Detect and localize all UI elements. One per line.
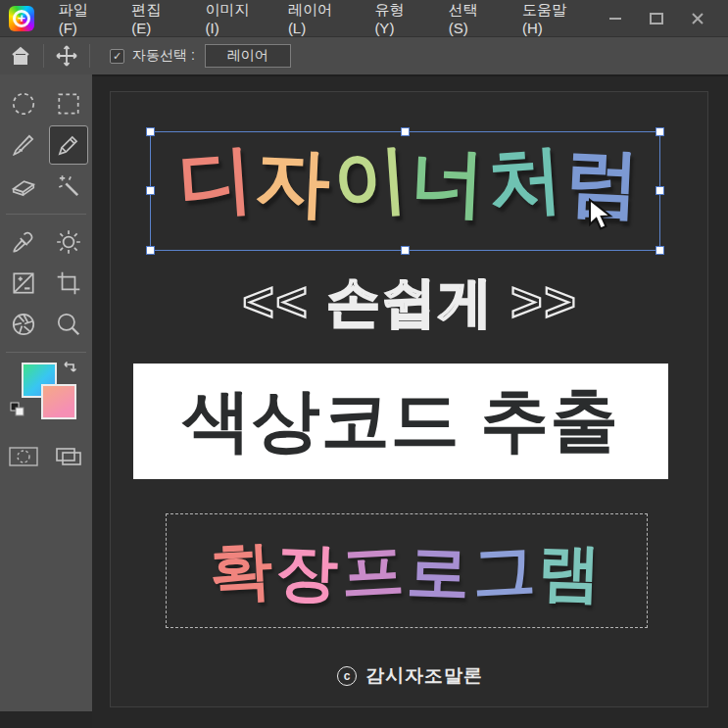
- auto-select-label: 자동선택 :: [132, 47, 195, 65]
- minimize-icon[interactable]: [599, 4, 632, 33]
- toolbar-separator: [89, 44, 90, 68]
- menu-image[interactable]: 이미지(I): [192, 0, 274, 37]
- colored-letter: 확: [208, 538, 276, 604]
- colored-letter: 램: [537, 539, 605, 604]
- selection-handle[interactable]: [655, 127, 664, 136]
- aperture-icon[interactable]: [4, 305, 43, 344]
- credit-name: 감시자조말론: [365, 663, 483, 689]
- work-area: 디자이너처럼 << 손쉽게 >> 색상코드 추출: [92, 74, 728, 728]
- canvas[interactable]: 디자이너처럼 << 손쉽게 >> 색상코드 추출: [110, 91, 708, 707]
- credit-line: c 감시자조말론: [111, 663, 708, 689]
- swap-colors-icon[interactable]: [61, 359, 80, 382]
- pencil-icon[interactable]: [49, 125, 88, 165]
- selection-handle[interactable]: [146, 127, 155, 136]
- subtitle-outline-text[interactable]: << 손쉽게 >>: [111, 267, 708, 339]
- menu-edit[interactable]: 편집(E): [119, 0, 192, 37]
- menu-file[interactable]: 파일(F): [46, 0, 120, 37]
- app-window: + 파일(F) 편집(E) 이미지(I) 레이어(L) 유형(Y) 선택(S) …: [0, 0, 728, 728]
- move-tool-icon[interactable]: [52, 44, 81, 68]
- logo-plus: +: [9, 6, 34, 31]
- tool-sidebar: [0, 74, 92, 711]
- ellipse-select-icon[interactable]: [4, 84, 43, 123]
- menu-select[interactable]: 선택(S): [436, 0, 510, 37]
- selection-handle[interactable]: [655, 186, 664, 195]
- brightness-icon[interactable]: [49, 222, 88, 262]
- extension-dashed-box[interactable]: 확장프로그램: [166, 513, 648, 628]
- exposure-icon[interactable]: [4, 264, 43, 303]
- window-controls: [599, 4, 728, 33]
- eyedropper-icon[interactable]: [4, 222, 43, 262]
- selection-handle[interactable]: [401, 127, 410, 136]
- selection-handle[interactable]: [655, 246, 664, 255]
- background-color-swatch[interactable]: [41, 384, 76, 419]
- selection-handle[interactable]: [146, 186, 155, 195]
- auto-select-checkbox[interactable]: ✓: [110, 49, 124, 64]
- selection-bounding-box[interactable]: [150, 131, 660, 251]
- zoom-icon[interactable]: [49, 305, 88, 344]
- menu-help[interactable]: 도움말(H): [510, 0, 599, 37]
- menu-bar: + 파일(F) 편집(E) 이미지(I) 레이어(L) 유형(Y) 선택(S) …: [0, 0, 728, 37]
- sidebar-divider: [6, 214, 86, 215]
- default-colors-icon[interactable]: [10, 402, 25, 421]
- extension-text: 확장프로그램: [210, 540, 604, 603]
- duplicate-icon[interactable]: [53, 445, 84, 472]
- colored-letter: 그: [470, 538, 539, 604]
- selection-handle[interactable]: [401, 246, 410, 255]
- color-swatches: [0, 363, 92, 429]
- menu-type[interactable]: 유형(Y): [362, 0, 435, 37]
- layer-dropdown[interactable]: 레이어: [205, 44, 291, 68]
- vignette-select-icon[interactable]: [8, 445, 39, 472]
- selection-handle[interactable]: [146, 246, 155, 255]
- menu-layer[interactable]: 레이어(L): [275, 0, 363, 37]
- check-icon: ✓: [113, 50, 121, 63]
- crop-icon[interactable]: [49, 264, 88, 303]
- colored-letter: 로: [406, 539, 473, 604]
- copyright-icon: c: [337, 666, 357, 686]
- options-toolbar: ✓ 자동선택 : 레이어: [0, 37, 728, 74]
- colored-letter: 프: [339, 538, 408, 604]
- banner-strip[interactable]: 색상코드 추출: [133, 364, 668, 479]
- layer-dropdown-value: 레이어: [227, 47, 268, 65]
- app-logo-icon: +: [9, 6, 34, 31]
- sidebar-divider: [6, 352, 86, 353]
- close-icon[interactable]: [681, 4, 714, 33]
- eraser-icon[interactable]: [4, 167, 43, 206]
- magic-wand-icon[interactable]: [49, 167, 88, 206]
- mouse-cursor-icon: [587, 198, 616, 237]
- brush-icon[interactable]: [4, 125, 43, 165]
- maximize-icon[interactable]: [640, 4, 673, 33]
- rect-select-icon[interactable]: [49, 84, 88, 123]
- colored-letter: 장: [274, 539, 342, 604]
- toolbar-separator: [43, 44, 44, 68]
- banner-text: 색상코드 추출: [182, 375, 619, 467]
- home-icon[interactable]: [6, 44, 35, 68]
